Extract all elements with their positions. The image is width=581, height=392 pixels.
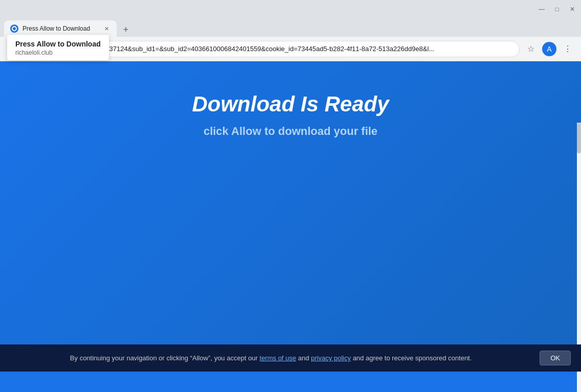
banner-text-after: and agree to receive sponsored content. — [351, 354, 472, 362]
url-text: ?tag_id=737124&sub_id1=&sub_id2=40366100… — [80, 45, 513, 53]
banner-text-middle: and — [296, 354, 311, 362]
tab-favicon-inner — [12, 26, 17, 31]
tab-dropdown-title: Press Allow to Download — [15, 37, 101, 49]
profile-button[interactable]: A — [542, 42, 556, 56]
banner-text: By continuing your navigation or clickin… — [10, 354, 531, 362]
tab-favicon — [10, 25, 18, 33]
tab-dropdown-url: richaeloli.club — [15, 49, 101, 58]
page-subtitle: click Allow to download your file — [204, 125, 377, 138]
window-controls: — □ ✕ — [537, 5, 577, 14]
page-content: Download Is Ready click Allow to downloa… — [0, 61, 581, 372]
bottom-banner: By continuing your navigation or clickin… — [0, 344, 581, 372]
tab-close-button[interactable]: ✕ — [102, 25, 110, 33]
address-bar-input[interactable]: 🔒 ?tag_id=737124&sub_id1=&sub_id2=403661… — [61, 41, 520, 57]
tab-dropdown: Press Allow to Download richaeloli.club — [7, 35, 109, 60]
privacy-policy-link[interactable]: privacy policy — [311, 354, 351, 362]
title-bar: — □ ✕ — [0, 0, 581, 18]
banner-ok-button[interactable]: OK — [540, 351, 571, 365]
terms-of-use-link[interactable]: terms of use — [260, 354, 297, 362]
close-button[interactable]: ✕ — [568, 5, 577, 14]
scrollbar-thumb[interactable] — [577, 123, 581, 153]
page-wrapper: richaeloli.club wants to ✕ 🔔 Show notifi… — [0, 61, 581, 372]
page-title: Download Is Ready — [192, 92, 389, 117]
maximize-button[interactable]: □ — [552, 5, 562, 14]
tab-title: Press Allow to Download — [23, 25, 98, 32]
bookmark-button[interactable]: ☆ — [524, 42, 538, 56]
minimize-button[interactable]: — — [537, 5, 546, 14]
tab-bar: Press Allow to Download ✕ + — [0, 18, 581, 37]
new-tab-button[interactable]: + — [119, 22, 133, 37]
menu-button[interactable]: ⋮ — [561, 42, 575, 56]
banner-text-before: By continuing your navigation or clickin… — [70, 354, 260, 362]
